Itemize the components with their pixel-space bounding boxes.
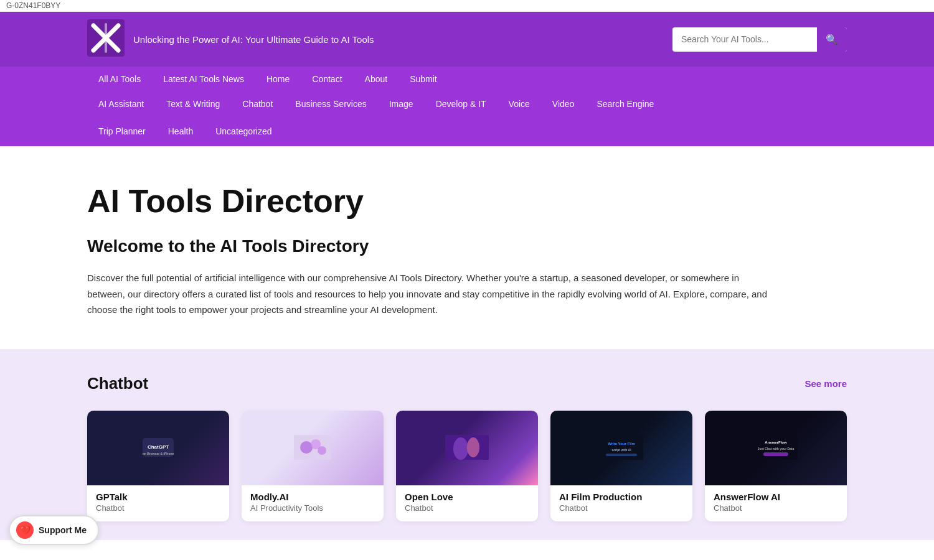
- nav-tertiary-row: Trip Planner Health Uncategorized: [87, 119, 847, 146]
- nav-item-business-services[interactable]: Business Services: [284, 91, 377, 116]
- svg-point-12: [453, 437, 468, 460]
- card-img-text-3: [443, 432, 491, 464]
- card-img-text-2: [291, 432, 334, 464]
- card-img-text-1: ChatGPT on Browser & iPhone: [137, 432, 179, 464]
- nav-item-develop-it[interactable]: Develop & IT: [425, 91, 498, 116]
- nav-item-latest-news[interactable]: Latest AI Tools News: [152, 67, 255, 91]
- nav-item-ai-assistant[interactable]: AI Assistant: [87, 91, 155, 116]
- card-image-5: AnswerFlow Just Chat with your Data: [705, 411, 847, 485]
- nav-item-all-ai-tools[interactable]: All AI Tools: [87, 67, 152, 91]
- card-openlove[interactable]: Open Love Chatbot: [396, 411, 538, 521]
- card-body-2: Modly.AI AI Productivity Tools: [242, 485, 384, 521]
- see-more-link[interactable]: See more: [804, 378, 847, 389]
- support-label: Support Me: [39, 525, 87, 535]
- card-tag-3: Chatbot: [405, 503, 529, 513]
- card-name-5: AnswerFlow AI: [714, 492, 838, 502]
- card-body-5: AnswerFlow AI Chatbot: [705, 485, 847, 521]
- svg-point-13: [467, 437, 479, 457]
- svg-text:AnswerFlow: AnswerFlow: [765, 441, 787, 444]
- svg-text:Write Your Film: Write Your Film: [608, 442, 635, 446]
- nav-item-search-engine[interactable]: Search Engine: [585, 91, 665, 116]
- card-tag-4: Chatbot: [559, 503, 684, 513]
- header-left: Unlocking the Power of AI: Your Ultimate…: [87, 19, 374, 59]
- tracking-id: G-0ZN41F0BYY: [6, 1, 60, 10]
- svg-point-10: [318, 446, 326, 455]
- svg-text:on Browser & iPhone: on Browser & iPhone: [143, 452, 174, 455]
- card-img-text-5: AnswerFlow Just Chat with your Data: [752, 432, 800, 464]
- nav-item-chatbot[interactable]: Chatbot: [231, 91, 284, 116]
- nav-item-about[interactable]: About: [354, 67, 399, 91]
- svg-rect-21: [763, 452, 788, 456]
- svg-text:script with AI: script with AI: [611, 448, 631, 452]
- search-bar[interactable]: 🔍: [672, 27, 847, 52]
- search-input[interactable]: [672, 28, 817, 50]
- svg-rect-17: [606, 454, 637, 456]
- card-body-3: Open Love Chatbot: [396, 485, 538, 521]
- card-body-1: GPTalk Chatbot: [87, 485, 229, 521]
- nav-item-image[interactable]: Image: [378, 91, 425, 116]
- section-title: Chatbot: [87, 374, 148, 393]
- section-header: Chatbot See more: [87, 374, 847, 393]
- nav-item-text-writing[interactable]: Text & Writing: [155, 91, 231, 116]
- top-bar: G-0ZN41F0BYY: [0, 0, 934, 12]
- card-body-4: AI Film Production Chatbot: [550, 485, 692, 521]
- card-image-2: [242, 411, 384, 485]
- nav-item-contact[interactable]: Contact: [301, 67, 353, 91]
- navigation: All AI Tools Latest AI Tools News Home C…: [0, 67, 934, 146]
- header: Unlocking the Power of AI: Your Ultimate…: [0, 12, 934, 67]
- nav-item-voice[interactable]: Voice: [498, 91, 541, 116]
- hero-section: AI Tools Directory Welcome to the AI Too…: [0, 146, 934, 349]
- nav-secondary-row: AI Assistant Text & Writing Chatbot Busi…: [87, 91, 847, 119]
- card-name-1: GPTalk: [96, 492, 220, 502]
- hero-description: Discover the full potential of artificia…: [87, 270, 772, 318]
- svg-text:ChatGPT: ChatGPT: [148, 444, 169, 450]
- card-image-1: ChatGPT on Browser & iPhone: [87, 411, 229, 485]
- support-heart-icon: ❤️: [16, 521, 34, 539]
- nav-item-video[interactable]: Video: [541, 91, 586, 116]
- logo[interactable]: [87, 19, 125, 59]
- page-title: AI Tools Directory: [87, 184, 847, 219]
- chatbot-section: Chatbot See more ChatGPT on Browser & iP…: [0, 349, 934, 540]
- card-gptalk[interactable]: ChatGPT on Browser & iPhone GPTalk Chatb…: [87, 411, 229, 521]
- svg-point-8: [300, 441, 313, 454]
- search-button[interactable]: 🔍: [817, 27, 847, 52]
- svg-text:Just Chat with your Data: Just Chat with your Data: [758, 447, 795, 450]
- card-image-3: [396, 411, 538, 485]
- card-name-2: Modly.AI: [250, 492, 375, 502]
- card-film-production[interactable]: Write Your Film script with AI AI Film P…: [550, 411, 692, 521]
- card-tag-1: Chatbot: [96, 503, 220, 513]
- nav-item-trip-planner[interactable]: Trip Planner: [87, 119, 157, 144]
- nav-item-submit[interactable]: Submit: [399, 67, 448, 91]
- card-answerflow[interactable]: AnswerFlow Just Chat with your Data Answ…: [705, 411, 847, 521]
- card-image-4: Write Your Film script with AI: [550, 411, 692, 485]
- header-tagline: Unlocking the Power of AI: Your Ultimate…: [133, 34, 374, 45]
- card-name-4: AI Film Production: [559, 492, 684, 502]
- card-tag-2: AI Productivity Tools: [250, 503, 375, 513]
- cards-row: ChatGPT on Browser & iPhone GPTalk Chatb…: [87, 411, 847, 521]
- support-me-button[interactable]: ❤️ Support Me: [9, 515, 99, 540]
- card-img-text-4: Write Your Film script with AI: [597, 432, 646, 464]
- nav-item-health[interactable]: Health: [157, 119, 204, 144]
- nav-primary-row: All AI Tools Latest AI Tools News Home C…: [87, 67, 847, 91]
- card-tag-5: Chatbot: [714, 503, 838, 513]
- nav-item-home[interactable]: Home: [255, 67, 301, 91]
- card-modly[interactable]: Modly.AI AI Productivity Tools: [242, 411, 384, 521]
- nav-item-uncategorized[interactable]: Uncategorized: [204, 119, 283, 144]
- card-name-3: Open Love: [405, 492, 529, 502]
- hero-subtitle: Welcome to the AI Tools Directory: [87, 236, 847, 256]
